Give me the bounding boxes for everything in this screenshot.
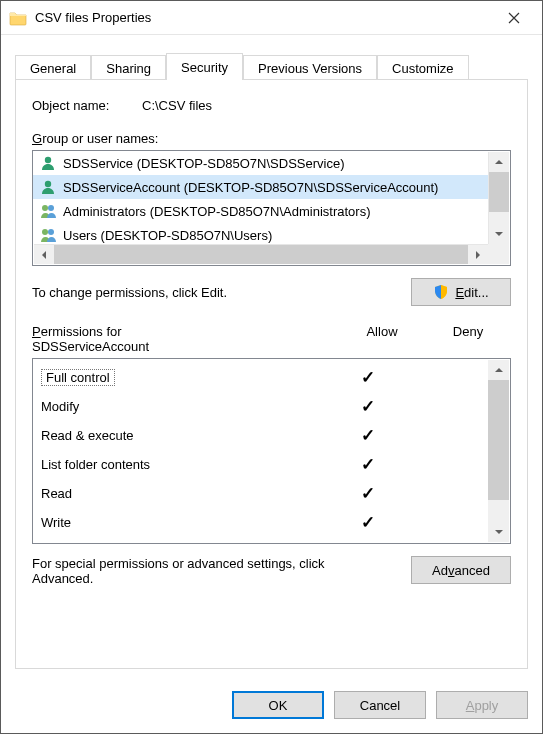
- list-item-label: SDSServiceAccount (DESKTOP-SD85O7N\SDSSe…: [63, 180, 438, 195]
- tab-previous-versions[interactable]: Previous Versions: [243, 55, 377, 80]
- object-name-value: C:\CSV files: [142, 98, 212, 113]
- svg-point-5: [48, 229, 54, 235]
- permission-name: Read: [41, 486, 328, 501]
- permission-row[interactable]: Write✓: [41, 508, 488, 537]
- dialog-footer: OK Cancel Apply: [1, 679, 542, 733]
- edit-hint-label: To change permissions, click Edit.: [32, 285, 227, 300]
- column-deny: Deny: [425, 324, 511, 354]
- hscrollbar-thumb[interactable]: [54, 245, 468, 264]
- users-group-icon: [39, 202, 57, 220]
- scroll-corner: [488, 244, 509, 264]
- svg-point-0: [45, 157, 51, 163]
- user-icon: [39, 154, 57, 172]
- scroll-up-icon[interactable]: [488, 360, 509, 380]
- scrollbar-thumb[interactable]: [489, 172, 509, 212]
- user-listbox[interactable]: SDSService (DESKTOP-SD85O7N\SDSService)S…: [32, 150, 511, 266]
- permission-allow: ✓: [328, 367, 408, 388]
- permission-allow: ✓: [328, 512, 408, 533]
- list-item[interactable]: Users (DESKTOP-SD85O7N\Users): [33, 223, 488, 245]
- scroll-left-icon[interactable]: [34, 250, 54, 260]
- client-area: General Sharing Security Previous Versio…: [1, 35, 542, 679]
- close-icon: [508, 12, 520, 24]
- user-icon: [39, 178, 57, 196]
- tab-sharing[interactable]: Sharing: [91, 55, 166, 80]
- list-item-label: Administrators (DESKTOP-SD85O7N\Administ…: [63, 204, 371, 219]
- permissions-header: Permissions for SDSServiceAccount Allow …: [32, 324, 511, 354]
- edit-button[interactable]: Edit...: [411, 278, 511, 306]
- permission-row[interactable]: List folder contents✓: [41, 450, 488, 479]
- permission-allow: ✓: [328, 396, 408, 417]
- object-name-row: Object name: C:\CSV files: [32, 98, 511, 113]
- properties-window: CSV files Properties General Sharing Sec…: [0, 0, 543, 734]
- svg-point-2: [42, 205, 48, 211]
- permission-name: List folder contents: [41, 457, 328, 472]
- svg-point-3: [48, 205, 54, 211]
- svg-point-4: [42, 229, 48, 235]
- window-title: CSV files Properties: [35, 10, 492, 25]
- tab-general[interactable]: General: [15, 55, 91, 80]
- titlebar: CSV files Properties: [1, 1, 542, 35]
- permission-name: Read & execute: [41, 428, 328, 443]
- apply-button[interactable]: Apply: [436, 691, 528, 719]
- tabs: General Sharing Security Previous Versio…: [15, 51, 528, 79]
- scroll-up-icon[interactable]: [489, 152, 509, 172]
- permission-row[interactable]: Modify✓: [41, 392, 488, 421]
- list-item-label: SDSService (DESKTOP-SD85O7N\SDSService): [63, 156, 345, 171]
- permission-row[interactable]: Full control✓: [41, 363, 488, 392]
- scrollbar-thumb[interactable]: [488, 380, 509, 500]
- users-group-icon: [39, 226, 57, 244]
- group-user-label: Group or user names:: [32, 131, 511, 146]
- permission-allow: ✓: [328, 483, 408, 504]
- list-item[interactable]: Administrators (DESKTOP-SD85O7N\Administ…: [33, 199, 488, 223]
- permission-row[interactable]: Read & execute✓: [41, 421, 488, 450]
- permission-name: Full control: [41, 369, 115, 386]
- scroll-right-icon[interactable]: [468, 250, 488, 260]
- permbox-vscrollbar[interactable]: [488, 360, 509, 542]
- list-item-label: Users (DESKTOP-SD85O7N\Users): [63, 228, 272, 243]
- tab-customize[interactable]: Customize: [377, 55, 468, 80]
- cancel-button[interactable]: Cancel: [334, 691, 426, 719]
- ok-button[interactable]: OK: [232, 691, 324, 719]
- permissions-subject: SDSServiceAccount: [32, 339, 339, 354]
- permission-row[interactable]: Read✓: [41, 479, 488, 508]
- scroll-down-icon[interactable]: [488, 522, 509, 542]
- object-name-label: Object name:: [32, 98, 142, 113]
- shield-icon: [433, 284, 449, 300]
- listbox-vscrollbar[interactable]: [488, 152, 509, 244]
- tab-security[interactable]: Security: [166, 53, 243, 80]
- list-item[interactable]: SDSServiceAccount (DESKTOP-SD85O7N\SDSSe…: [33, 175, 488, 199]
- permission-allow: ✓: [328, 454, 408, 475]
- permissions-listbox[interactable]: Full control✓Modify✓Read & execute✓List …: [32, 358, 511, 544]
- list-item[interactable]: SDSService (DESKTOP-SD85O7N\SDSService): [33, 151, 488, 175]
- permission-allow: ✓: [328, 425, 408, 446]
- tab-panel-security: Object name: C:\CSV files Group or user …: [15, 79, 528, 669]
- svg-point-1: [45, 181, 51, 187]
- scroll-down-icon[interactable]: [489, 224, 509, 244]
- permission-name: Write: [41, 515, 328, 530]
- folder-icon: [9, 9, 27, 27]
- close-button[interactable]: [492, 3, 536, 33]
- listbox-hscrollbar[interactable]: [34, 244, 488, 264]
- column-allow: Allow: [339, 324, 425, 354]
- advanced-hint-label: For special permissions or advanced sett…: [32, 556, 332, 586]
- advanced-button[interactable]: Advanced: [411, 556, 511, 584]
- permission-name: Modify: [41, 399, 328, 414]
